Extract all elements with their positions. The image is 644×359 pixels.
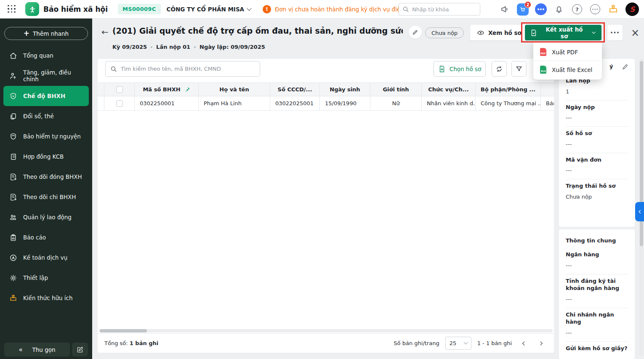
avatar[interactable]: S (625, 3, 639, 16)
chevron-left-icon (521, 340, 527, 346)
edit-menu-button[interactable] (72, 343, 88, 356)
global-search-input[interactable] (412, 6, 471, 13)
column-so-cccd[interactable]: Số CCCD/... (278, 86, 312, 93)
chat-icon[interactable] (535, 3, 547, 15)
app-title: Bảo hiểm xã hội (43, 5, 108, 13)
choose-dossier-button[interactable]: Chọn hồ sơ (434, 61, 486, 77)
column-bo-phan[interactable]: Bộ phận/Phòng ... (481, 86, 535, 93)
cell-ma-so-bhxh: 0302250001 (135, 96, 199, 110)
apps-grid-icon[interactable] (8, 5, 16, 13)
dossier-meta: Kỳ 09/2025 Lần nộp 01 Ngày lập: 09/09/20… (112, 44, 265, 50)
prev-page-button[interactable] (518, 338, 530, 349)
menu-item-export-excel[interactable]: XLS Xuất file Excel (533, 62, 602, 77)
quick-add-button[interactable]: + Thêm nhanh (4, 27, 88, 40)
knowledge-icon[interactable] (607, 3, 619, 15)
column-ngay-sinh[interactable]: Ngày sinh (330, 86, 360, 93)
report-icon (9, 234, 17, 242)
chevron-right-icon (538, 340, 544, 346)
collapse-panel-button[interactable] (635, 202, 644, 221)
field-ngan-hang: Ngân hàng --- (566, 248, 628, 274)
sidebar-item-ke-toan-dich-vu[interactable]: Kế toán dịch vụ (0, 247, 92, 268)
sidebar-item-thiet-lap[interactable]: Thiết lập (0, 268, 92, 288)
refresh-button[interactable] (492, 61, 507, 77)
field-gui-kem-giay: Gửi kèm hồ sơ giấy? (566, 342, 628, 358)
gear-icon (9, 274, 17, 282)
scrollbar-thumb[interactable] (100, 329, 147, 332)
sidebar-item-tang-giam[interactable]: Tăng, giảm, điều chỉnh (0, 66, 92, 86)
field-tinh-dang-ky: Tỉnh đăng ký tài khoản ngân hàng --- (566, 274, 628, 308)
filter-icon (515, 65, 523, 73)
home-icon (9, 52, 17, 60)
chevron-left-icon (637, 209, 642, 214)
next-page-button[interactable] (535, 338, 547, 349)
doc-check-icon (530, 29, 538, 37)
meta-submission: Lần nộp 01 (156, 44, 190, 50)
column-gioi-tinh[interactable]: Giới tính (383, 86, 409, 93)
company-selector[interactable]: CÔNG TY CỔ PHẦN MISA (167, 6, 251, 13)
sidebar-item-quan-ly-lao-dong[interactable]: Quản lý lao động (0, 207, 92, 227)
horizontal-scrollbar[interactable] (99, 329, 553, 332)
sidebar-item-kien-thuc-huu-ich[interactable]: Kiến thức hữu ích (0, 288, 92, 308)
column-ma-so-bhxh[interactable]: Mã số BHXH (143, 86, 180, 93)
filter-button[interactable] (511, 61, 527, 77)
doc-plus-icon (438, 65, 446, 73)
sidebar-item-bao-hiem-tu-nguyen[interactable]: Bảo hiểm tự nguyện (0, 126, 92, 146)
table-search[interactable] (105, 61, 260, 77)
column-ho-va-ten[interactable]: Họ và tên (219, 86, 249, 93)
shield-icon (9, 133, 17, 141)
pin-icon[interactable] (184, 86, 190, 93)
edit-title-button[interactable] (409, 26, 422, 39)
per-page-select[interactable]: 25 (445, 337, 471, 350)
sidebar: + Thêm nhanh Tổng quan Tăng, giảm, điều … (0, 19, 92, 359)
row-checkbox[interactable] (116, 100, 123, 107)
pencil-icon[interactable] (622, 63, 629, 70)
close-icon[interactable]: × (628, 25, 643, 40)
table-search-input[interactable] (121, 66, 255, 72)
records-table: Mã số BHXH Họ và tên Số CCCD/... Ngày si… (98, 82, 554, 111)
excel-file-icon: XLS (540, 66, 546, 74)
more-actions-button[interactable]: ··· (607, 25, 623, 40)
cart-icon[interactable]: 2 (517, 3, 529, 15)
export-dossier-button[interactable]: Kết xuất hồ sơ (525, 25, 601, 40)
person-arrow-icon (9, 72, 17, 80)
meta-period: Kỳ 09/2025 (112, 44, 147, 50)
megaphone-icon[interactable] (499, 3, 511, 15)
menu-item-export-pdf[interactable]: PDF Xuất PDF (533, 44, 602, 60)
double-chevron-left-icon: « (19, 346, 22, 354)
cell-nhom: Bản t (541, 96, 554, 110)
back-arrow-icon[interactable]: ← (101, 27, 109, 37)
cell-chuc-vu: Nhân viên kinh d... (422, 96, 476, 110)
warning-icon: ! (263, 5, 271, 13)
table-row[interactable]: 0302250001 Phạm Hà Linh 03022025001 15/0… (98, 96, 554, 111)
global-search[interactable] (399, 3, 480, 16)
sidebar-item-hop-dong-kcb[interactable]: Hợp đồng KCB (0, 146, 92, 167)
collapse-sidebar-button[interactable]: « Thu gọn (4, 343, 70, 356)
doc-track-icon (9, 193, 17, 201)
table-footer: Tổng số: 1 bản ghi Số bản ghi/trang 25 1… (98, 333, 554, 353)
general-info-panel: Thông tin chung Ngân hàng --- Tỉnh đăng … (559, 229, 635, 359)
contract-icon (9, 153, 17, 161)
records-card: Chọn hồ sơ Mã số BHXH Họ và tên Số CCCD/… (98, 59, 554, 353)
sidebar-item-tong-quan[interactable]: Tổng quan (0, 45, 92, 66)
shield-heart-icon (9, 92, 17, 100)
sidebar-item-theo-doi-chi-bhxh[interactable]: Theo dõi chi BHXH (0, 187, 92, 207)
topbar-icons: 2 ? ··· S (499, 0, 639, 19)
sidebar-item-theo-doi-dong-bhxh[interactable]: Theo dõi đóng BHXH (0, 167, 92, 187)
sidebar-item-bao-cao[interactable]: Báo cáo (0, 227, 92, 247)
select-all-checkbox[interactable] (116, 86, 123, 93)
view-dossier-button[interactable]: Xem hồ sơ (470, 25, 528, 40)
pdf-file-icon: PDF (540, 48, 546, 56)
sidebar-item-doi-so-the[interactable]: Đổi sổ, thẻ (0, 106, 92, 126)
range-label: 1 - 1 bản ghi (477, 340, 512, 346)
sidebar-item-che-do-bhxh[interactable]: Chế độ BHXH (3, 86, 89, 106)
main-area: ← (201) Giải quyết chế độ trợ cấp ốm đau… (92, 19, 644, 359)
search-icon (402, 6, 409, 13)
more-circle-icon[interactable]: ··· (589, 3, 601, 15)
help-icon[interactable]: ? (571, 3, 583, 15)
org-code-badge: MS00009C (118, 4, 160, 14)
general-info-heading: Thông tin chung (566, 229, 628, 248)
field-so-ho-so: Số hồ sơ --- (566, 127, 628, 153)
bell-icon[interactable] (553, 3, 565, 15)
column-chuc-vu[interactable]: Chức vụ/Ch... (428, 86, 468, 93)
cell-ho-va-ten: Phạm Hà Linh (199, 96, 270, 110)
